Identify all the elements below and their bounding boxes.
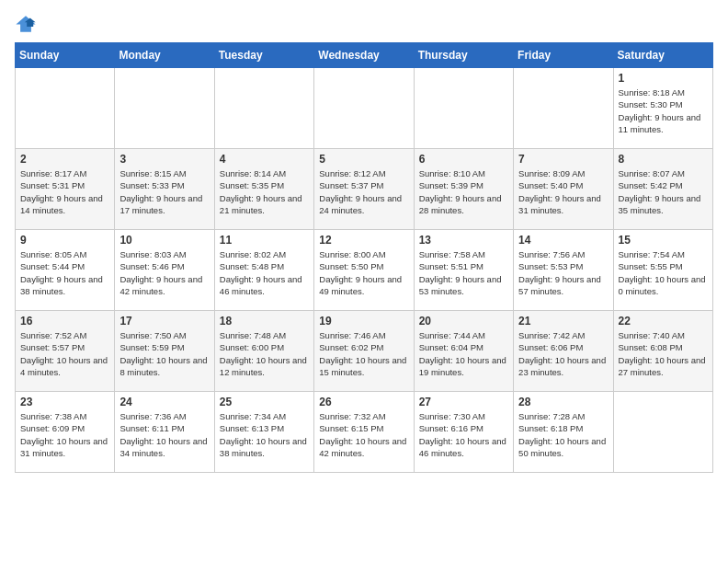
calendar-cell: 18Sunrise: 7:48 AM Sunset: 6:00 PM Dayli…	[214, 311, 313, 392]
day-info: Sunrise: 7:52 AM Sunset: 5:57 PM Dayligh…	[20, 329, 109, 378]
day-number: 21	[518, 315, 608, 327]
day-info: Sunrise: 8:12 AM Sunset: 5:37 PM Dayligh…	[319, 167, 408, 216]
calendar-cell: 21Sunrise: 7:42 AM Sunset: 6:06 PM Dayli…	[514, 311, 613, 392]
calendar-cell: 6Sunrise: 8:10 AM Sunset: 5:39 PM Daylig…	[414, 149, 513, 230]
calendar-cell: 22Sunrise: 7:40 AM Sunset: 6:08 PM Dayli…	[613, 311, 712, 392]
calendar-cell: 24Sunrise: 7:36 AM Sunset: 6:11 PM Dayli…	[115, 392, 214, 473]
calendar-cell: 2Sunrise: 8:17 AM Sunset: 5:31 PM Daylig…	[16, 149, 115, 230]
day-info: Sunrise: 8:14 AM Sunset: 5:35 PM Dayligh…	[220, 167, 309, 216]
calendar-cell: 25Sunrise: 7:34 AM Sunset: 6:13 PM Dayli…	[214, 392, 313, 473]
calendar-cell: 4Sunrise: 8:14 AM Sunset: 5:35 PM Daylig…	[214, 149, 313, 230]
weekday-header-thursday: Thursday	[414, 43, 513, 68]
day-number: 22	[619, 315, 708, 327]
calendar-cell: 14Sunrise: 7:56 AM Sunset: 5:53 PM Dayli…	[514, 230, 613, 311]
day-number: 23	[20, 396, 109, 408]
logo-icon	[15, 15, 37, 33]
calendar-cell: 17Sunrise: 7:50 AM Sunset: 5:59 PM Dayli…	[115, 311, 214, 392]
day-number: 4	[220, 153, 309, 166]
day-info: Sunrise: 7:56 AM Sunset: 5:53 PM Dayligh…	[518, 248, 608, 297]
day-info: Sunrise: 8:00 AM Sunset: 5:50 PM Dayligh…	[319, 248, 408, 297]
calendar-cell: 9Sunrise: 8:05 AM Sunset: 5:44 PM Daylig…	[16, 230, 115, 311]
calendar-cell: 13Sunrise: 7:58 AM Sunset: 5:51 PM Dayli…	[414, 230, 513, 311]
day-number: 17	[119, 315, 209, 327]
weekday-header-row: SundayMondayTuesdayWednesdayThursdayFrid…	[16, 43, 713, 68]
day-number: 2	[20, 153, 109, 166]
day-number: 11	[220, 234, 309, 247]
day-number: 19	[319, 315, 408, 327]
calendar-cell: 1Sunrise: 8:18 AM Sunset: 5:30 PM Daylig…	[613, 68, 712, 149]
day-info: Sunrise: 7:38 AM Sunset: 6:09 PM Dayligh…	[20, 410, 109, 459]
day-number: 24	[119, 396, 209, 408]
calendar-cell	[214, 68, 313, 149]
day-info: Sunrise: 8:18 AM Sunset: 5:30 PM Dayligh…	[619, 86, 708, 135]
day-number: 8	[619, 153, 708, 166]
day-number: 5	[319, 153, 408, 166]
day-number: 10	[119, 234, 209, 247]
day-info: Sunrise: 7:34 AM Sunset: 6:13 PM Dayligh…	[220, 410, 309, 459]
calendar-week-row: 16Sunrise: 7:52 AM Sunset: 5:57 PM Dayli…	[16, 311, 713, 392]
weekday-header-friday: Friday	[514, 43, 613, 68]
day-number: 28	[518, 396, 608, 408]
day-number: 13	[419, 234, 508, 247]
page-header	[15, 15, 713, 33]
day-info: Sunrise: 8:09 AM Sunset: 5:40 PM Dayligh…	[518, 167, 608, 216]
calendar-cell: 19Sunrise: 7:46 AM Sunset: 6:02 PM Dayli…	[314, 311, 414, 392]
day-info: Sunrise: 8:15 AM Sunset: 5:33 PM Dayligh…	[119, 167, 209, 216]
day-info: Sunrise: 8:05 AM Sunset: 5:44 PM Dayligh…	[20, 248, 109, 297]
calendar-cell: 8Sunrise: 8:07 AM Sunset: 5:42 PM Daylig…	[613, 149, 712, 230]
calendar-cell	[414, 68, 513, 149]
calendar-cell: 20Sunrise: 7:44 AM Sunset: 6:04 PM Dayli…	[414, 311, 513, 392]
day-number: 20	[419, 315, 508, 327]
day-number: 3	[119, 153, 209, 166]
day-info: Sunrise: 8:10 AM Sunset: 5:39 PM Dayligh…	[419, 167, 508, 216]
day-number: 27	[419, 396, 508, 408]
day-info: Sunrise: 8:07 AM Sunset: 5:42 PM Dayligh…	[619, 167, 708, 216]
day-info: Sunrise: 8:17 AM Sunset: 5:31 PM Dayligh…	[20, 167, 109, 216]
day-info: Sunrise: 7:50 AM Sunset: 5:59 PM Dayligh…	[119, 329, 209, 378]
logo	[15, 15, 40, 33]
calendar-cell	[613, 392, 712, 473]
calendar-cell: 16Sunrise: 7:52 AM Sunset: 5:57 PM Dayli…	[16, 311, 115, 392]
calendar-cell	[115, 68, 214, 149]
day-info: Sunrise: 7:40 AM Sunset: 6:08 PM Dayligh…	[619, 329, 708, 378]
day-number: 25	[220, 396, 309, 408]
weekday-header-saturday: Saturday	[613, 43, 712, 68]
calendar-cell: 11Sunrise: 8:02 AM Sunset: 5:48 PM Dayli…	[214, 230, 313, 311]
day-number: 6	[419, 153, 508, 166]
calendar-cell: 26Sunrise: 7:32 AM Sunset: 6:15 PM Dayli…	[314, 392, 414, 473]
calendar-week-row: 2Sunrise: 8:17 AM Sunset: 5:31 PM Daylig…	[16, 149, 713, 230]
calendar-cell: 27Sunrise: 7:30 AM Sunset: 6:16 PM Dayli…	[414, 392, 513, 473]
calendar-week-row: 1Sunrise: 8:18 AM Sunset: 5:30 PM Daylig…	[16, 68, 713, 149]
calendar-cell: 12Sunrise: 8:00 AM Sunset: 5:50 PM Dayli…	[314, 230, 414, 311]
day-info: Sunrise: 8:02 AM Sunset: 5:48 PM Dayligh…	[220, 248, 309, 297]
day-number: 26	[319, 396, 408, 408]
weekday-header-sunday: Sunday	[16, 43, 115, 68]
day-info: Sunrise: 8:03 AM Sunset: 5:46 PM Dayligh…	[119, 248, 209, 297]
day-number: 12	[319, 234, 408, 247]
day-info: Sunrise: 7:30 AM Sunset: 6:16 PM Dayligh…	[419, 410, 508, 459]
calendar-cell: 10Sunrise: 8:03 AM Sunset: 5:46 PM Dayli…	[115, 230, 214, 311]
day-info: Sunrise: 7:46 AM Sunset: 6:02 PM Dayligh…	[319, 329, 408, 378]
day-number: 1	[619, 72, 708, 85]
calendar-cell: 5Sunrise: 8:12 AM Sunset: 5:37 PM Daylig…	[314, 149, 414, 230]
day-info: Sunrise: 7:36 AM Sunset: 6:11 PM Dayligh…	[119, 410, 209, 459]
calendar-cell	[314, 68, 414, 149]
calendar-cell: 15Sunrise: 7:54 AM Sunset: 5:55 PM Dayli…	[613, 230, 712, 311]
weekday-header-wednesday: Wednesday	[314, 43, 414, 68]
day-info: Sunrise: 7:54 AM Sunset: 5:55 PM Dayligh…	[619, 248, 708, 297]
calendar-week-row: 9Sunrise: 8:05 AM Sunset: 5:44 PM Daylig…	[16, 230, 713, 311]
calendar-cell: 7Sunrise: 8:09 AM Sunset: 5:40 PM Daylig…	[514, 149, 613, 230]
day-number: 16	[20, 315, 109, 327]
day-info: Sunrise: 7:28 AM Sunset: 6:18 PM Dayligh…	[518, 410, 608, 459]
day-info: Sunrise: 7:48 AM Sunset: 6:00 PM Dayligh…	[220, 329, 309, 378]
day-number: 9	[20, 234, 109, 247]
day-number: 18	[220, 315, 309, 327]
calendar-week-row: 23Sunrise: 7:38 AM Sunset: 6:09 PM Dayli…	[16, 392, 713, 473]
weekday-header-monday: Monday	[115, 43, 214, 68]
day-number: 15	[619, 234, 708, 247]
day-info: Sunrise: 7:44 AM Sunset: 6:04 PM Dayligh…	[419, 329, 508, 378]
weekday-header-tuesday: Tuesday	[214, 43, 313, 68]
calendar-cell: 23Sunrise: 7:38 AM Sunset: 6:09 PM Dayli…	[16, 392, 115, 473]
day-info: Sunrise: 7:42 AM Sunset: 6:06 PM Dayligh…	[518, 329, 608, 378]
calendar: SundayMondayTuesdayWednesdayThursdayFrid…	[15, 42, 713, 473]
